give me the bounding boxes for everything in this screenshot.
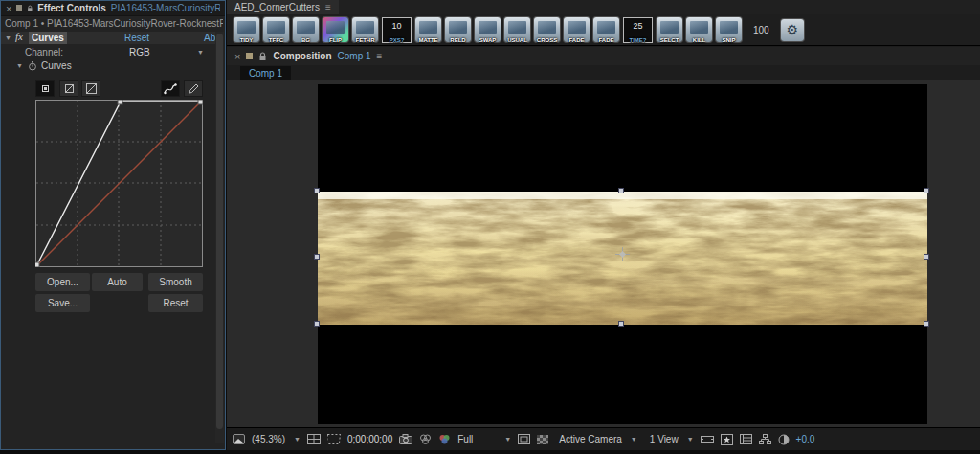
layer-handle-top-right[interactable] [924,188,929,193]
toolbar-button-flip[interactable]: FLIP [323,17,348,42]
panel-menu-icon[interactable]: ≡ [377,51,383,61]
snapshot-camera-icon[interactable] [399,434,412,444]
close-icon[interactable]: × [234,52,240,61]
layer-handle-bottom-right[interactable] [924,321,929,327]
panel-title[interactable]: Composition [273,51,331,61]
safe-guides-icon[interactable] [307,434,321,444]
layer-handle-top-center[interactable] [618,188,624,193]
toolbar-button-snip[interactable]: SNIP [716,17,742,42]
curve-size-small-button[interactable] [35,80,55,97]
view-layout-value[interactable]: 1 View [650,434,679,444]
open-button[interactable]: Open... [35,273,90,291]
toolbar-button-bg[interactable]: BG [293,17,319,42]
layer-anchor-point[interactable] [615,247,630,261]
resolution-dropdown-icon[interactable]: ▼ [504,436,511,443]
toolbar-button-fade-out[interactable]: FADE [593,17,619,42]
timecode[interactable]: 0;00;00;00 [347,434,392,444]
transparency-grid-icon[interactable] [537,435,548,444]
smooth-button[interactable]: Smooth [148,273,203,291]
curve-tool-icon[interactable] [161,80,180,97]
reset-button[interactable]: Reset [148,294,203,312]
right-pane: AED_CornerCutters ≡ TIDY TFFC BG FLIP FE… [227,0,980,450]
layer-handle-mid-right[interactable] [924,254,929,260]
toolbar-button-tffc[interactable]: TFFC [263,17,289,42]
active-comp-name[interactable]: Comp 1 [338,51,371,61]
curve-size-medium-button[interactable] [59,80,78,97]
effect-controls-panel: × Effect Controls PIA16453-MarsCuriosity… [0,0,226,450]
close-icon[interactable]: × [6,4,11,13]
toolbar-button-reld[interactable]: RELD [445,17,471,42]
camera-view-value[interactable]: Active Camera [559,434,622,444]
scrollbar-thumb[interactable] [216,34,223,429]
effect-header-row: ▼ fx Curves Reset Abo [1,32,215,44]
toolbar-button-tidy[interactable]: TIDY [234,17,259,42]
resolution-value[interactable]: Full [457,434,473,444]
channel-value[interactable]: RGB [129,46,150,58]
exposure-value[interactable]: +0.0 [796,434,815,444]
layer-handle-bottom-left[interactable] [314,321,320,327]
toolbar-button-kill[interactable]: KILL [686,17,712,42]
composition-header: × Composition Comp 1 ≡ [227,47,980,65]
lock-icon [27,4,33,13]
channel-dropdown-icon[interactable]: ▼ [197,46,204,58]
toolbar-button-selct[interactable]: SELCT [657,17,682,42]
composition-frame [318,84,927,424]
layer-handle-mid-left[interactable] [314,254,320,260]
collapse-triangle-icon[interactable]: ▼ [5,32,11,44]
after-effects-window: × Effect Controls PIA16453-MarsCuriosity… [0,0,980,454]
toolbar-button-fethr[interactable]: FETHR [352,17,378,42]
panel-menu-icon[interactable]: ≡ [325,2,331,12]
show-snapshot-icon[interactable] [419,434,432,444]
gear-icon[interactable]: ⚙ [781,19,804,41]
layer-handle-bottom-center[interactable] [618,321,624,327]
fast-previews-icon[interactable] [721,434,733,445]
toolbar-pxs-value-box[interactable]: 10PXS? [382,17,412,43]
channel-label: Channel: [25,46,63,58]
toolbar-button-usual[interactable]: USUAL [504,17,530,42]
pencil-tool-icon[interactable] [184,80,203,97]
effect-name[interactable]: Curves [29,32,67,44]
view-layout-dropdown-icon[interactable]: ▼ [687,436,694,443]
toolbar-tabrow: AED_CornerCutters ≡ [227,0,980,14]
toolbar-tab-label: AED_CornerCutters [234,2,320,12]
toolbar-time-value-box[interactable]: 25TIME? [623,17,653,43]
auto-button[interactable]: Auto [92,273,143,291]
toolbar-iconrow: TIDY TFFC BG FLIP FETHR 10PXS? MATTE REL… [227,14,980,46]
curve-size-large-button[interactable] [81,80,100,97]
curves-graph[interactable] [35,100,203,267]
stopwatch-icon[interactable] [28,61,37,71]
channel-row: Channel: RGB ▼ [1,46,215,58]
pixel-aspect-correction-icon[interactable] [701,434,714,444]
reset-effect-link[interactable]: Reset [124,32,149,44]
region-of-interest-icon[interactable] [327,434,341,444]
tab-layer-name[interactable]: PIA16453-MarsCuriosityRover-Roc [111,3,220,13]
camera-view-dropdown-icon[interactable]: ▼ [631,436,637,443]
show-channel-icon[interactable] [438,434,451,444]
always-preview-view-icon[interactable] [233,434,245,444]
lock-icon [258,52,267,61]
magnification-dropdown-icon[interactable]: ▼ [294,436,301,443]
toolbar-button-swap[interactable]: SWAP [475,17,501,42]
scrollbar[interactable] [215,32,224,443]
panel-group-icon[interactable] [246,53,253,59]
target-region-icon[interactable] [518,434,530,444]
toolbar-button-cross[interactable]: CROSS [534,17,560,42]
flowchart-button-icon[interactable] [759,434,771,444]
comp-tab[interactable]: Comp 1 [240,66,291,80]
timeline-button-icon[interactable] [740,434,752,444]
toolbar-tab[interactable]: AED_CornerCutters ≡ [227,0,339,14]
composition-viewer[interactable] [227,80,980,427]
exposure-reset-icon[interactable] [778,434,790,445]
collapse-triangle-icon[interactable]: ▼ [16,59,23,72]
toolbar-opacity-value[interactable]: 100 [753,25,769,35]
curves-group-row: ▼ Curves [1,59,215,72]
save-button[interactable]: Save... [35,294,90,312]
panel-title[interactable]: Effect Controls [37,3,106,13]
toolbar-button-matte[interactable]: MATTE [415,17,441,42]
panel-group-icon[interactable] [16,5,21,11]
toolbar-button-fade-in[interactable]: FADE [564,17,590,42]
composition-statusbar: (45.3%) ▼ 0;00;00;00 Full ▼ [227,427,980,450]
fx-badge-icon: fx [15,31,23,43]
magnification-value[interactable]: (45.3%) [252,434,285,444]
layer-handle-top-left[interactable] [314,188,320,193]
